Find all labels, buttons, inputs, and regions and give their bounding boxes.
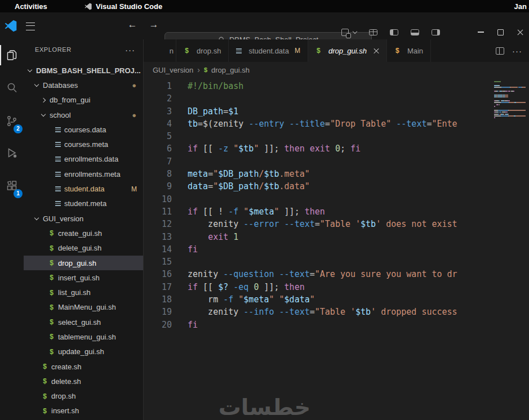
shell-file-icon: $	[48, 289, 55, 297]
code-line[interactable]: 6if [[ -z "$tb" ]]; then exit 0; fi	[144, 142, 529, 155]
tree-item-db-from-gui[interactable]: db_from_gui	[24, 93, 143, 108]
explorer-more-actions-icon[interactable]: ···	[125, 45, 135, 55]
shell-file-icon: $	[394, 47, 401, 55]
tree-item-enrollments-meta[interactable]: enrollments.meta	[24, 167, 143, 181]
maximize-button[interactable]	[497, 29, 504, 35]
code-line[interactable]: 1#!/bin/bash	[144, 80, 529, 92]
line-number: 17	[144, 281, 172, 293]
split-editor-icon[interactable]	[496, 47, 504, 55]
code-line[interactable]: 17if [[ $? -eq 0 ]]; then	[144, 281, 529, 293]
tab-label: Main	[407, 47, 423, 55]
code-line[interactable]: 15	[144, 256, 529, 268]
shell-file-icon: $	[48, 303, 55, 311]
line-number: 18	[144, 293, 172, 306]
explorer-activity-button[interactable]	[0, 42, 24, 69]
tab-student-data[interactable]: student.dataM	[229, 39, 308, 62]
minimap[interactable]	[493, 81, 527, 119]
window-controls	[478, 25, 523, 39]
tree-item-list-gui-sh[interactable]: $list_gui.sh	[24, 285, 143, 300]
close-tab-icon[interactable]	[374, 48, 379, 53]
code-line[interactable]: 3DB_path=$1	[144, 105, 529, 118]
tab-drop-gui-sh[interactable]: $drop_gui.sh	[308, 39, 387, 62]
minimap-line	[494, 117, 527, 118]
chevron-right-icon	[41, 97, 46, 102]
close-button[interactable]	[517, 29, 523, 35]
menu-icon[interactable]	[26, 23, 35, 30]
tree-item-delete-gui-sh[interactable]: $delete_gui.sh	[24, 241, 143, 256]
minimap-line	[494, 114, 527, 115]
code-editor[interactable]: 1#!/bin/bash23DB_path=$14tb=$(zenity --e…	[144, 78, 529, 420]
forward-arrow-icon[interactable]: →	[148, 19, 159, 30]
tree-item-tablemenu-gui-sh[interactable]: $tablemenu_gui.sh	[24, 329, 143, 344]
tree-item-dbms-bash-shell-proj[interactable]: DBMS_BASH_SHELL_PROJ...	[24, 63, 143, 78]
code-text	[172, 130, 188, 142]
tree-item-update-gui-sh[interactable]: $update_gui.sh	[24, 345, 143, 359]
shell-file-icon: $	[48, 333, 55, 341]
tree-item-select-gui-sh[interactable]: $select_gui.sh	[24, 315, 143, 329]
tree-item-create-gui-sh[interactable]: $create_gui.sh	[24, 226, 143, 240]
minimap-line	[494, 102, 527, 103]
tree-item-courses-data[interactable]: courses.data	[24, 122, 143, 137]
breadcrumb-folder[interactable]: GUI_version	[153, 66, 193, 74]
more-actions-icon[interactable]: ···	[512, 46, 522, 56]
customize-layout-icon[interactable]	[369, 29, 377, 35]
line-number: 14	[144, 243, 172, 256]
minimap-line	[494, 95, 527, 96]
code-line[interactable]: 12 zenity --error --text="Table '$tb' do…	[144, 218, 529, 230]
code-line[interactable]: 20fi	[144, 319, 529, 331]
tree-item-student-meta[interactable]: student.meta	[24, 196, 143, 211]
code-line[interactable]: 7	[144, 155, 529, 168]
tree-item-school[interactable]: school●	[24, 108, 143, 122]
tree-item-databases[interactable]: Databases●	[24, 78, 143, 92]
clock[interactable]: Jan 24	[514, 2, 529, 11]
source-control-activity-button[interactable]: 2	[0, 108, 24, 135]
tab-main[interactable]: $Main	[387, 39, 431, 62]
tree-item-gui-version[interactable]: GUI_version	[24, 211, 143, 226]
code-text: zenity --error --text="Table '$tb' does …	[172, 218, 457, 230]
compare-changes-icon	[341, 29, 349, 36]
tab-drop-sh[interactable]: $drop.sh	[176, 39, 229, 62]
tree-item-mainmenu-gui-sh[interactable]: $MainMenu_gui.sh	[24, 300, 143, 315]
code-line[interactable]: 13 exit 1	[144, 231, 529, 243]
back-arrow-icon[interactable]: ←	[127, 19, 138, 30]
activities-button[interactable]: Activities	[15, 2, 47, 11]
tree-item-drop-gui-sh[interactable]: $drop_gui.sh	[24, 256, 143, 270]
code-line[interactable]: 11if [[ ! -f "$meta" ]]; then	[144, 205, 529, 218]
tree-item-delete-sh[interactable]: $delete.sh	[24, 374, 143, 388]
toggle-panel-icon[interactable]	[411, 29, 419, 35]
tree-item-label: create.sh	[51, 363, 81, 371]
minimize-button[interactable]	[478, 32, 484, 32]
run-debug-activity-button[interactable]	[0, 140, 24, 167]
tree-item-insert-gui-sh[interactable]: $insert_gui.sh	[24, 270, 143, 285]
screen: Activities Visual Studio Code Jan 24 ← →…	[0, 0, 529, 420]
extensions-activity-button[interactable]: 1	[0, 172, 24, 199]
code-line[interactable]: 14fi	[144, 243, 529, 256]
code-line[interactable]: 5	[144, 130, 529, 142]
tree-item-insert-sh[interactable]: $insert.sh	[24, 404, 143, 418]
code-line[interactable]: 9data="$DB_path/$tb.data"	[144, 180, 529, 193]
code-line[interactable]: 18 rm -f "$meta" "$data"	[144, 293, 529, 306]
code-line[interactable]: 16zenity --question --text="Are you sure…	[144, 268, 529, 280]
code-line[interactable]: 2	[144, 92, 529, 105]
code-line[interactable]: 4tb=$(zenity --entry --title="Drop Table…	[144, 118, 529, 130]
shell-file-icon: $	[48, 348, 55, 356]
tree-item-student-data[interactable]: student.dataM	[24, 181, 143, 196]
code-line[interactable]: 8meta="$DB_path/$tb.meta"	[144, 168, 529, 180]
search-activity-button[interactable]	[0, 74, 24, 101]
tree-item-courses-meta[interactable]: courses.meta	[24, 137, 143, 151]
breadcrumb-file[interactable]: drop_gui.sh	[211, 66, 250, 74]
code-line[interactable]: 19 zenity --info --text="Table '$tb' dro…	[144, 306, 529, 318]
data-file-icon	[55, 186, 61, 191]
tree-item-label: student.meta	[64, 199, 106, 208]
toggle-primary-sidebar-icon[interactable]	[390, 29, 398, 35]
compare-changes-button[interactable]	[341, 29, 357, 36]
line-number: 11	[144, 205, 172, 218]
minimap-line	[494, 85, 527, 86]
line-number: 2	[144, 92, 172, 105]
code-line[interactable]: 10	[144, 193, 529, 205]
tab-n[interactable]: n	[144, 39, 176, 62]
tree-item-create-sh[interactable]: $create.sh	[24, 359, 143, 374]
toggle-secondary-sidebar-icon[interactable]	[432, 29, 440, 35]
tree-item-drop-sh[interactable]: $drop.sh	[24, 389, 143, 404]
tree-item-enrollments-data[interactable]: enrollments.data	[24, 152, 143, 167]
